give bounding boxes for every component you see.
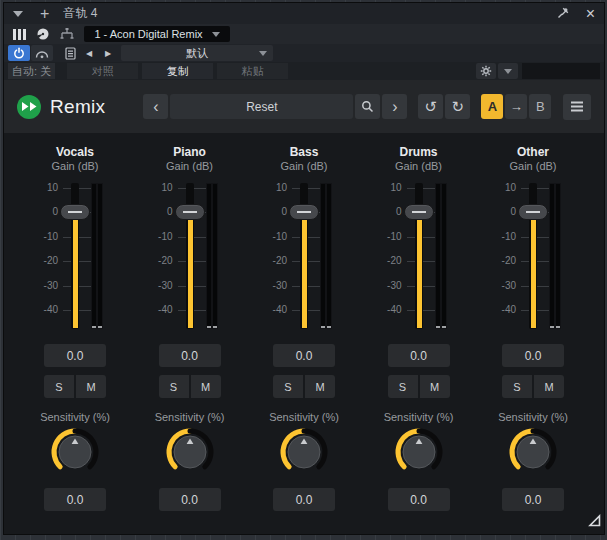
slider-fill: [531, 219, 536, 328]
sensitivity-value-field[interactable]: 0.0: [273, 488, 335, 511]
tick-label: -20: [252, 255, 287, 267]
menu-icon[interactable]: [563, 94, 591, 120]
plugin-body: Vocals Gain (dB) 10 0 -10 -20 -30 -40 0.…: [4, 133, 604, 534]
previous-preset-button[interactable]: ‹: [143, 94, 168, 119]
preset-dropdown[interactable]: 默认: [121, 45, 273, 61]
previous-preset-icon[interactable]: ◀: [80, 45, 98, 61]
chevron-down-icon: [259, 51, 267, 56]
solo-button[interactable]: S: [502, 375, 532, 398]
preset-dropdown-label: 默认: [186, 46, 208, 61]
mute-button[interactable]: M: [420, 375, 450, 398]
channel-strip: Piano Gain (dB) 10 0 -10 -20 -30 -40 0.0…: [138, 133, 242, 534]
sensitivity-knob[interactable]: [278, 426, 330, 482]
next-preset-icon[interactable]: ▶: [99, 45, 117, 61]
tick-label: -30: [481, 280, 516, 292]
undo-icon[interactable]: ↺: [418, 94, 443, 119]
sensitivity-value-field[interactable]: 0.0: [388, 488, 450, 511]
solo-button[interactable]: S: [44, 375, 74, 398]
tick-label: 10: [138, 182, 173, 194]
gain-value-field[interactable]: 0.0: [159, 344, 221, 367]
search-icon[interactable]: [355, 94, 380, 119]
tick-label: -20: [23, 255, 58, 267]
gain-slider[interactable]: 10 0 -10 -20 -30 -40: [252, 181, 356, 331]
mute-button[interactable]: M: [191, 375, 221, 398]
ab-compare-b-button[interactable]: B: [529, 94, 551, 119]
gain-value-field[interactable]: 0.0: [44, 344, 106, 367]
tick-label: 0: [252, 206, 287, 218]
sensitivity-value-field[interactable]: 0.0: [502, 488, 564, 511]
channel-toolbar: 1 - Acon Digital Remix: [4, 24, 604, 44]
solo-mute-group: S M: [44, 375, 106, 398]
level-meter: [91, 183, 103, 329]
solo-button[interactable]: S: [159, 375, 189, 398]
gain-label: Gain (dB): [51, 160, 98, 172]
plugin-selector-label: 1 - Acon Digital Remix: [94, 28, 202, 40]
slider-handle[interactable]: [518, 204, 548, 220]
channel-strip: Vocals Gain (dB) 10 0 -10 -20 -30 -40 0.…: [23, 133, 127, 534]
tick-label: -40: [367, 304, 402, 316]
chevron-down-icon[interactable]: [13, 11, 23, 17]
ab-compare-a-button[interactable]: A: [481, 94, 503, 119]
gain-slider[interactable]: 10 0 -10 -20 -30 -40: [23, 181, 127, 331]
slider-handle[interactable]: [289, 204, 319, 220]
gain-label: Gain (dB): [280, 160, 327, 172]
next-preset-button[interactable]: ›: [382, 94, 407, 119]
sensitivity-knob[interactable]: [49, 426, 101, 482]
gain-value-field[interactable]: 0.0: [502, 344, 564, 367]
preset-name[interactable]: Reset: [170, 94, 353, 119]
tick-label: -10: [367, 231, 402, 243]
automation-icon[interactable]: [31, 45, 53, 61]
slider-fill: [188, 219, 193, 328]
sensitivity-knob[interactable]: [393, 426, 445, 482]
mute-button[interactable]: M: [305, 375, 335, 398]
copy-tab[interactable]: 复制: [142, 63, 213, 79]
preset-list-icon[interactable]: [61, 45, 79, 61]
routing-icon[interactable]: [56, 26, 78, 42]
mixer-channels-icon[interactable]: [8, 26, 30, 42]
tick-label: -40: [138, 304, 173, 316]
sensitivity-knob[interactable]: [164, 426, 216, 482]
compare-tab[interactable]: 对照: [67, 63, 138, 79]
plugin-selector[interactable]: 1 - Acon Digital Remix: [84, 26, 230, 42]
solo-button[interactable]: S: [388, 375, 418, 398]
slider-handle[interactable]: [175, 204, 205, 220]
gain-value-field[interactable]: 0.0: [388, 344, 450, 367]
gain-slider[interactable]: 10 0 -10 -20 -30 -40: [138, 181, 242, 331]
mute-button[interactable]: M: [534, 375, 564, 398]
bypass-power-button[interactable]: [8, 45, 30, 61]
sensitivity-value-field[interactable]: 0.0: [159, 488, 221, 511]
sensitivity-label: Sensitivity (%): [155, 411, 225, 423]
resize-handle[interactable]: [588, 513, 601, 531]
add-button[interactable]: +: [40, 6, 49, 22]
mute-button[interactable]: M: [76, 375, 106, 398]
knob-view-icon[interactable]: [32, 26, 54, 42]
paste-tab[interactable]: 粘贴: [217, 63, 288, 79]
automation-mode-button[interactable]: 自动: 关: [8, 63, 55, 79]
chevron-down-icon: [504, 69, 512, 74]
gear-dropdown-button[interactable]: [498, 63, 518, 79]
gear-icon[interactable]: [476, 63, 496, 79]
sensitivity-value-field[interactable]: 0.0: [44, 488, 106, 511]
solo-button[interactable]: S: [273, 375, 303, 398]
pin-icon[interactable]: [557, 5, 570, 23]
gain-slider[interactable]: 10 0 -10 -20 -30 -40: [481, 181, 585, 331]
slider-handle[interactable]: [60, 204, 90, 220]
redo-icon[interactable]: ↻: [445, 94, 470, 119]
gain-slider[interactable]: 10 0 -10 -20 -30 -40: [367, 181, 471, 331]
tick-label: 0: [481, 206, 516, 218]
tick-label: -40: [252, 304, 287, 316]
tick-label: -20: [481, 255, 516, 267]
solo-mute-group: S M: [273, 375, 335, 398]
tick-label: -30: [252, 280, 287, 292]
slider-handle[interactable]: [404, 204, 434, 220]
sensitivity-knob[interactable]: [507, 426, 559, 482]
sensitivity-label: Sensitivity (%): [498, 411, 568, 423]
ab-copy-arrow-button[interactable]: →: [505, 94, 527, 119]
plugin-toolbar: ◀ ▶ 默认: [4, 44, 604, 62]
level-meter: [320, 183, 332, 329]
tick-label: -10: [252, 231, 287, 243]
channel-strip: Other Gain (dB) 10 0 -10 -20 -30 -40 0.0…: [481, 133, 585, 534]
gain-value-field[interactable]: 0.0: [273, 344, 335, 367]
remix-logo-icon: [17, 95, 41, 119]
close-icon[interactable]: ×: [586, 7, 595, 21]
